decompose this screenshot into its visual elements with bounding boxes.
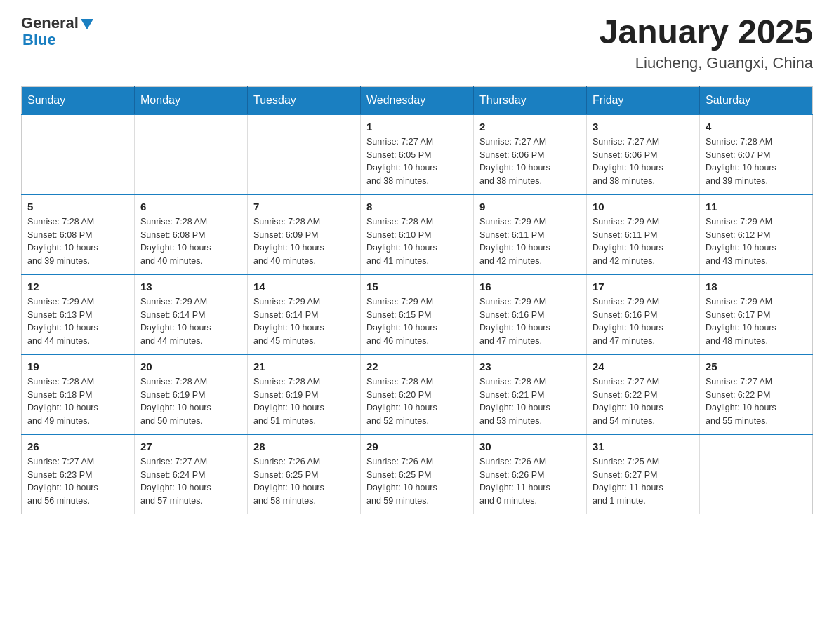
calendar-day-cell: 6Sunrise: 7:28 AMSunset: 6:08 PMDaylight… <box>135 194 248 274</box>
calendar-day-cell: 1Sunrise: 7:27 AMSunset: 6:05 PMDaylight… <box>361 114 474 194</box>
calendar-day-cell: 28Sunrise: 7:26 AMSunset: 6:25 PMDayligh… <box>248 434 361 514</box>
day-number: 3 <box>593 121 694 133</box>
calendar-week-row: 12Sunrise: 7:29 AMSunset: 6:13 PMDayligh… <box>22 274 813 354</box>
day-number: 22 <box>366 361 468 373</box>
day-number: 20 <box>140 361 241 373</box>
day-number: 18 <box>706 281 807 293</box>
calendar-day-cell: 12Sunrise: 7:29 AMSunset: 6:13 PMDayligh… <box>22 274 135 354</box>
calendar-day-cell: 9Sunrise: 7:29 AMSunset: 6:11 PMDaylight… <box>474 194 587 274</box>
day-number: 6 <box>140 201 241 213</box>
day-number: 1 <box>366 121 468 133</box>
day-info: Sunrise: 7:29 AMSunset: 6:16 PMDaylight:… <box>593 295 694 348</box>
day-number: 31 <box>593 441 694 452</box>
day-number: 29 <box>366 441 468 452</box>
calendar-day-cell <box>135 114 248 194</box>
calendar-day-cell <box>22 114 135 194</box>
day-info: Sunrise: 7:29 AMSunset: 6:13 PMDaylight:… <box>27 295 128 348</box>
day-info: Sunrise: 7:29 AMSunset: 6:11 PMDaylight:… <box>479 215 581 268</box>
day-number: 30 <box>479 441 581 452</box>
calendar-day-cell: 30Sunrise: 7:26 AMSunset: 6:26 PMDayligh… <box>474 434 587 514</box>
day-number: 16 <box>479 281 581 293</box>
day-info: Sunrise: 7:29 AMSunset: 6:12 PMDaylight:… <box>706 215 807 268</box>
day-number: 21 <box>253 361 355 373</box>
calendar-day-cell: 26Sunrise: 7:27 AMSunset: 6:23 PMDayligh… <box>22 434 135 514</box>
day-info: Sunrise: 7:27 AMSunset: 6:05 PMDaylight:… <box>366 135 468 188</box>
day-info: Sunrise: 7:29 AMSunset: 6:15 PMDaylight:… <box>366 295 468 348</box>
day-number: 10 <box>593 201 694 213</box>
calendar-day-cell: 22Sunrise: 7:28 AMSunset: 6:20 PMDayligh… <box>361 354 474 434</box>
day-number: 14 <box>253 281 355 293</box>
title-block: January 2025 Liucheng, Guangxi, China <box>600 14 813 72</box>
day-info: Sunrise: 7:27 AMSunset: 6:06 PMDaylight:… <box>479 135 581 188</box>
day-info: Sunrise: 7:27 AMSunset: 6:06 PMDaylight:… <box>593 135 694 188</box>
day-info: Sunrise: 7:29 AMSunset: 6:11 PMDaylight:… <box>593 215 694 268</box>
day-info: Sunrise: 7:29 AMSunset: 6:17 PMDaylight:… <box>706 295 807 348</box>
calendar-subtitle: Liucheng, Guangxi, China <box>600 54 813 72</box>
calendar-day-cell: 31Sunrise: 7:25 AMSunset: 6:27 PMDayligh… <box>587 434 700 514</box>
calendar-day-header: Monday <box>135 86 248 114</box>
day-number: 23 <box>479 361 581 373</box>
day-number: 24 <box>593 361 694 373</box>
day-info: Sunrise: 7:26 AMSunset: 6:26 PMDaylight:… <box>479 455 581 508</box>
calendar-day-cell: 7Sunrise: 7:28 AMSunset: 6:09 PMDaylight… <box>248 194 361 274</box>
day-number: 27 <box>140 441 241 452</box>
day-info: Sunrise: 7:27 AMSunset: 6:22 PMDaylight:… <box>593 375 694 428</box>
day-info: Sunrise: 7:28 AMSunset: 6:07 PMDaylight:… <box>706 135 807 188</box>
day-number: 12 <box>27 281 128 293</box>
calendar-day-cell: 24Sunrise: 7:27 AMSunset: 6:22 PMDayligh… <box>587 354 700 434</box>
calendar-header-row: SundayMondayTuesdayWednesdayThursdayFrid… <box>22 86 813 114</box>
day-info: Sunrise: 7:28 AMSunset: 6:09 PMDaylight:… <box>253 215 355 268</box>
logo-triangle-icon <box>81 19 93 29</box>
calendar-day-header: Wednesday <box>361 86 474 114</box>
day-info: Sunrise: 7:26 AMSunset: 6:25 PMDaylight:… <box>366 455 468 508</box>
page-header: General Blue January 2025 Liucheng, Guan… <box>21 14 813 72</box>
day-number: 7 <box>253 201 355 213</box>
calendar-day-cell: 19Sunrise: 7:28 AMSunset: 6:18 PMDayligh… <box>22 354 135 434</box>
day-info: Sunrise: 7:27 AMSunset: 6:22 PMDaylight:… <box>706 375 807 428</box>
calendar-day-cell: 2Sunrise: 7:27 AMSunset: 6:06 PMDaylight… <box>474 114 587 194</box>
day-info: Sunrise: 7:29 AMSunset: 6:14 PMDaylight:… <box>253 295 355 348</box>
calendar-day-cell <box>700 434 813 514</box>
calendar-title: January 2025 <box>600 14 813 51</box>
calendar-header: SundayMondayTuesdayWednesdayThursdayFrid… <box>22 86 813 114</box>
calendar-day-cell: 17Sunrise: 7:29 AMSunset: 6:16 PMDayligh… <box>587 274 700 354</box>
day-info: Sunrise: 7:29 AMSunset: 6:14 PMDaylight:… <box>140 295 241 348</box>
calendar-day-cell: 13Sunrise: 7:29 AMSunset: 6:14 PMDayligh… <box>135 274 248 354</box>
calendar-day-cell <box>248 114 361 194</box>
day-info: Sunrise: 7:28 AMSunset: 6:18 PMDaylight:… <box>27 375 128 428</box>
calendar-day-cell: 23Sunrise: 7:28 AMSunset: 6:21 PMDayligh… <box>474 354 587 434</box>
day-number: 13 <box>140 281 241 293</box>
calendar-day-cell: 4Sunrise: 7:28 AMSunset: 6:07 PMDaylight… <box>700 114 813 194</box>
calendar-day-cell: 16Sunrise: 7:29 AMSunset: 6:16 PMDayligh… <box>474 274 587 354</box>
calendar-day-cell: 25Sunrise: 7:27 AMSunset: 6:22 PMDayligh… <box>700 354 813 434</box>
day-info: Sunrise: 7:27 AMSunset: 6:24 PMDaylight:… <box>140 455 241 508</box>
day-info: Sunrise: 7:28 AMSunset: 6:19 PMDaylight:… <box>140 375 241 428</box>
day-number: 9 <box>479 201 581 213</box>
calendar-day-header: Friday <box>587 86 700 114</box>
day-info: Sunrise: 7:28 AMSunset: 6:08 PMDaylight:… <box>27 215 128 268</box>
day-number: 15 <box>366 281 468 293</box>
calendar-day-cell: 3Sunrise: 7:27 AMSunset: 6:06 PMDaylight… <box>587 114 700 194</box>
calendar-week-row: 5Sunrise: 7:28 AMSunset: 6:08 PMDaylight… <box>22 194 813 274</box>
day-info: Sunrise: 7:29 AMSunset: 6:16 PMDaylight:… <box>479 295 581 348</box>
calendar-day-cell: 18Sunrise: 7:29 AMSunset: 6:17 PMDayligh… <box>700 274 813 354</box>
calendar-day-cell: 15Sunrise: 7:29 AMSunset: 6:15 PMDayligh… <box>361 274 474 354</box>
calendar-body: 1Sunrise: 7:27 AMSunset: 6:05 PMDaylight… <box>22 114 813 514</box>
calendar-week-row: 26Sunrise: 7:27 AMSunset: 6:23 PMDayligh… <box>22 434 813 514</box>
day-info: Sunrise: 7:27 AMSunset: 6:23 PMDaylight:… <box>27 455 128 508</box>
calendar-week-row: 19Sunrise: 7:28 AMSunset: 6:18 PMDayligh… <box>22 354 813 434</box>
day-number: 11 <box>706 201 807 213</box>
logo-general-text: General <box>21 14 79 32</box>
logo: General Blue <box>21 14 93 49</box>
calendar-day-cell: 14Sunrise: 7:29 AMSunset: 6:14 PMDayligh… <box>248 274 361 354</box>
day-number: 26 <box>27 441 128 452</box>
day-number: 19 <box>27 361 128 373</box>
day-number: 25 <box>706 361 807 373</box>
day-number: 8 <box>366 201 468 213</box>
logo-blue-text: Blue <box>21 31 56 49</box>
calendar-day-header: Tuesday <box>248 86 361 114</box>
day-number: 17 <box>593 281 694 293</box>
calendar-day-cell: 5Sunrise: 7:28 AMSunset: 6:08 PMDaylight… <box>22 194 135 274</box>
day-info: Sunrise: 7:28 AMSunset: 6:08 PMDaylight:… <box>140 215 241 268</box>
calendar-day-cell: 8Sunrise: 7:28 AMSunset: 6:10 PMDaylight… <box>361 194 474 274</box>
